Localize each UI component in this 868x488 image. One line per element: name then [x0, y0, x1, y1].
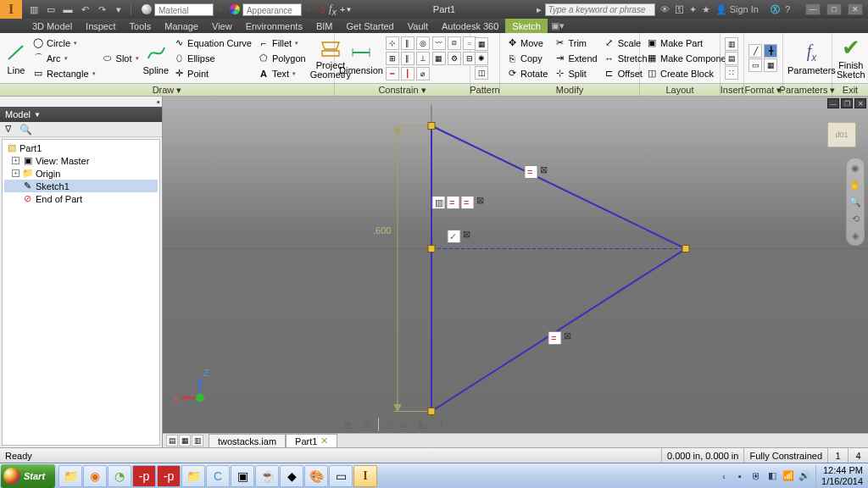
- chevron-down-icon[interactable]: ▾: [796, 6, 799, 13]
- grid-display-icon[interactable]: ▦: [341, 418, 354, 431]
- doc-tab-twostacks[interactable]: twostacks.iam: [209, 434, 286, 447]
- rectangle-button[interactable]: ▭Rectangle▾: [31, 66, 97, 80]
- mirror-icon[interactable]: ◫: [475, 66, 488, 80]
- expander-icon[interactable]: +: [12, 157, 19, 164]
- tray-icon[interactable]: ▪: [734, 470, 746, 482]
- qat-dd-icon[interactable]: ▾: [112, 3, 125, 16]
- task-inventor-icon[interactable]: I: [353, 465, 377, 487]
- insert-acad-icon[interactable]: ▤: [725, 52, 738, 65]
- tab-tools[interactable]: Tools: [123, 19, 159, 33]
- show-all-icon[interactable]: ✦: [434, 418, 448, 431]
- tree-view[interactable]: +▣View: Master: [4, 154, 158, 167]
- appearance-dropdown[interactable]: Appearance: [242, 3, 302, 16]
- tree-root[interactable]: ▧Part1: [4, 141, 158, 154]
- rotate-button[interactable]: ⟳Rotate: [504, 66, 549, 80]
- chevron-down-icon[interactable]: ▼: [217, 7, 223, 13]
- tray-expand-icon[interactable]: ‹: [718, 470, 730, 482]
- insert-points-icon[interactable]: ∷: [725, 66, 738, 80]
- constraint-perpendicular-icon[interactable]: ⊥: [416, 52, 430, 65]
- panel-label-modify[interactable]: Modify: [500, 84, 640, 96]
- close-button[interactable]: ✕: [848, 3, 863, 15]
- task-explorer-icon[interactable]: 📁: [58, 465, 82, 487]
- panel-label-pattern[interactable]: Pattern: [470, 84, 500, 96]
- task-app2-icon[interactable]: -p: [132, 465, 156, 487]
- cascade-icon[interactable]: ▥: [192, 435, 203, 446]
- tray-volume-icon[interactable]: 🔊: [798, 470, 810, 482]
- arc-button[interactable]: ⌒Arc▾: [31, 51, 97, 65]
- show-constraints-icon[interactable]: ▦: [432, 52, 446, 65]
- parameters-button[interactable]: fx Parameters: [787, 35, 836, 81]
- polygon-button[interactable]: ⬠Polygon: [256, 51, 308, 65]
- help-icon[interactable]: ?: [785, 4, 790, 14]
- task-app3-icon[interactable]: -p: [157, 465, 181, 487]
- panel-label-insert[interactable]: Insert: [721, 84, 744, 96]
- qat-save-icon[interactable]: ▬: [61, 3, 75, 16]
- arrange-icon[interactable]: ▤: [166, 435, 178, 446]
- extend-button[interactable]: ⇥Extend: [552, 51, 598, 65]
- trim-button[interactable]: ✂Trim: [552, 36, 598, 50]
- constraint-collinear-icon[interactable]: ∥: [401, 36, 415, 50]
- search-input[interactable]: [545, 3, 655, 16]
- constraint-horizontal-icon[interactable]: ━: [386, 67, 399, 80]
- constraint-settings-icon[interactable]: ⚙: [448, 52, 461, 65]
- tab-get-started[interactable]: Get Started: [339, 19, 400, 33]
- rectangular-pattern-icon[interactable]: ▦: [475, 37, 488, 51]
- task-app1-icon[interactable]: ◔: [108, 465, 131, 487]
- panel-label-layout[interactable]: Layout: [640, 84, 721, 96]
- tab-overflow-icon[interactable]: ▣▾: [548, 19, 568, 33]
- task-code-icon[interactable]: C: [206, 465, 230, 487]
- constraint-vertical-icon[interactable]: ┃: [401, 67, 415, 80]
- task-firefox-icon[interactable]: ◉: [83, 465, 107, 487]
- tile-icon[interactable]: ▦: [179, 435, 191, 446]
- exchange-icon[interactable]: Ⓧ: [771, 3, 780, 16]
- binoculars-icon[interactable]: 👁: [660, 4, 670, 14]
- find-icon[interactable]: 🔍: [19, 124, 32, 136]
- tab-inspect[interactable]: Inspect: [79, 19, 122, 33]
- tray-network-icon[interactable]: 📶: [782, 470, 794, 482]
- equation-curve-button[interactable]: ∿Equation Curve: [171, 36, 253, 50]
- snap-icon[interactable]: ⊞: [359, 418, 373, 431]
- fx-icon[interactable]: fx: [329, 2, 337, 17]
- constraint-concentric-icon[interactable]: ◎: [416, 36, 430, 50]
- star-icon[interactable]: ★: [702, 4, 710, 15]
- task-java-icon[interactable]: ☕: [255, 465, 279, 487]
- tab-manage[interactable]: Manage: [158, 19, 205, 33]
- copy-button[interactable]: ⎘Copy: [504, 51, 549, 65]
- construction-icon[interactable]: ╱: [748, 44, 762, 58]
- task-paint-icon[interactable]: 🎨: [304, 465, 328, 487]
- expander-icon[interactable]: +: [12, 169, 19, 177]
- line-button[interactable]: Line: [4, 35, 28, 81]
- tab-view[interactable]: View: [205, 19, 239, 33]
- insert-image-icon[interactable]: ▥: [725, 37, 738, 51]
- qat-new-icon[interactable]: ▥: [27, 3, 41, 16]
- fillet-button[interactable]: ⌐Fillet▾: [256, 36, 308, 50]
- driven-dim-icon[interactable]: ▭: [748, 58, 762, 72]
- minimize-button[interactable]: —: [805, 3, 821, 15]
- ortho-icon[interactable]: ◫: [378, 418, 392, 431]
- constraint-tangent-icon[interactable]: ⌀: [416, 67, 430, 80]
- doc-tab-part1[interactable]: Part1✕: [286, 434, 337, 447]
- constraint-smooth-icon[interactable]: 〰: [432, 36, 446, 50]
- tray-app-icon[interactable]: ◧: [766, 470, 778, 482]
- material-selector[interactable]: Material ▼: [138, 3, 226, 16]
- app-logo[interactable]: I: [0, 0, 22, 19]
- start-button[interactable]: Start: [1, 464, 55, 488]
- task-folder-icon[interactable]: 📁: [181, 465, 205, 487]
- tab-sketch[interactable]: Sketch: [505, 19, 548, 33]
- circular-pattern-icon[interactable]: ✺: [475, 52, 488, 65]
- filter-icon[interactable]: ∇: [5, 124, 11, 135]
- finish-sketch-button[interactable]: ✔ FinishSketch: [837, 35, 865, 81]
- taskbar-clock[interactable]: 12:44 PM 1/16/2014: [815, 465, 868, 485]
- tree-origin[interactable]: +📁Origin: [4, 167, 158, 180]
- tab-3d-model[interactable]: 3D Model: [25, 19, 79, 33]
- slice-icon[interactable]: ◧: [415, 418, 429, 431]
- tree-end-of-part[interactable]: ⊘End of Part: [4, 192, 158, 205]
- qat-more-icon[interactable]: ▼: [345, 6, 352, 14]
- appearance-selector[interactable]: Appearance ▼: [226, 3, 314, 16]
- tray-shield-icon[interactable]: ⛨: [750, 470, 762, 482]
- point-button[interactable]: ✛Point: [171, 66, 253, 80]
- clear-override-icon[interactable]: ⦸: [320, 4, 326, 15]
- qat-undo-icon[interactable]: ↶: [78, 3, 92, 16]
- panel-label-draw[interactable]: Draw ▾: [0, 84, 335, 96]
- key-icon[interactable]: ⚿: [675, 4, 684, 14]
